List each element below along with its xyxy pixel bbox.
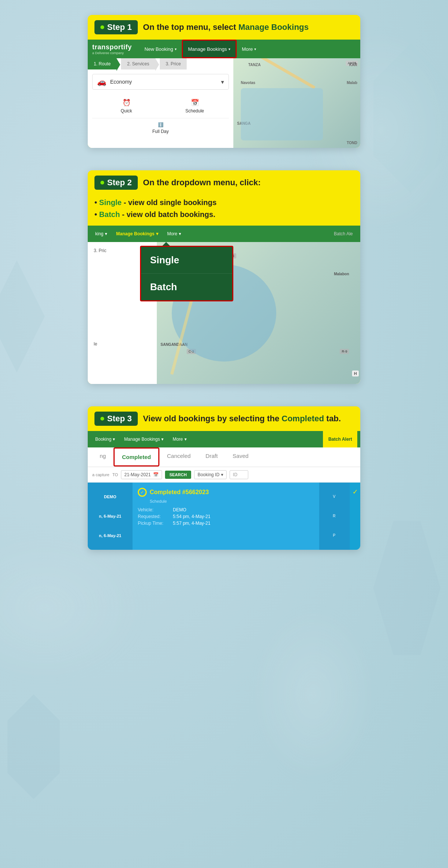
step2-map-malabon: Malabon xyxy=(334,272,349,276)
step3-booking-num: Completed #5662023 xyxy=(150,489,209,496)
calendar-icon: 📅 xyxy=(191,99,199,107)
step3-tab-saved[interactable]: Saved xyxy=(225,447,256,466)
step3-tab-completed[interactable]: Completed xyxy=(113,447,160,466)
step3-tab-canceled[interactable]: Canceled xyxy=(159,447,198,466)
step1-header: Step 1 On the top menu, select Manage Bo… xyxy=(88,15,360,40)
step2-title: On the dropdown menu, click: xyxy=(143,177,261,188)
step3-right-v: V xyxy=(333,494,336,499)
step1-highway xyxy=(256,58,315,89)
step2-more-btn[interactable]: More ▾ xyxy=(163,226,186,242)
step1-card: Step 1 On the top menu, select Manage Bo… xyxy=(88,15,360,148)
step3-date-value: 21-May-2021 xyxy=(124,472,151,477)
step1-logo: transportify a Deliveree company xyxy=(92,43,132,55)
step1-badge: Step 1 xyxy=(94,20,138,34)
step3-requested-label: Requested: xyxy=(138,514,171,519)
step3-extra-checkmark: ✓ xyxy=(352,488,358,496)
step3-navbar: Booking ▾ Manage Bookings ▾ More ▾ Batch… xyxy=(88,431,360,447)
step1-map: AH28 TANZA KAR Navotas Malab SANGA TOND xyxy=(233,58,360,148)
step1-logo-main: transportify xyxy=(92,43,132,51)
step1-manage-bookings-btn[interactable]: Manage Bookings ▾ xyxy=(182,40,237,58)
chevron-down-icon: ▾ xyxy=(175,47,177,51)
step2-map-r9: R-9 xyxy=(340,349,349,354)
step1-bc-price: 3. Price xyxy=(160,58,187,69)
step3-vehicle-label: Vehicle: xyxy=(138,507,171,512)
step1-booking-opts: ⏰ Quick 📅 Schedule xyxy=(92,94,229,118)
step3-pickup-row: Pickup Time: 5:57 pm, 4-May-21 xyxy=(138,521,314,526)
step3-manage-bookings-btn[interactable]: Manage Bookings ▾ xyxy=(119,431,168,447)
step3-card-main[interactable]: ✓ Completed #5662023 Schedule Vehicle: D… xyxy=(133,483,319,550)
step1-opt-fullday[interactable]: ℹ️ Full Day xyxy=(88,118,233,138)
step2-manage-bookings-btn[interactable]: Manage Bookings ▾ xyxy=(112,226,163,242)
chevron-down-icon: ▾ xyxy=(179,231,181,236)
step3-booking-type: Schedule xyxy=(150,499,314,503)
step1-map-kar: KAR xyxy=(349,63,357,67)
step3-tab-ng[interactable]: ng xyxy=(92,447,113,466)
step3-title: View old bookings by selecting the Compl… xyxy=(143,413,341,424)
step2-batch-option[interactable]: Batch xyxy=(141,274,232,300)
step2-navbar: king ▾ Manage Bookings ▾ More ▾ Batch Al… xyxy=(88,226,360,242)
step1-more-btn[interactable]: More ▾ xyxy=(237,40,262,58)
step1-new-booking-btn[interactable]: New Booking ▾ xyxy=(139,40,182,58)
step1-opt-quick[interactable]: ⏰ Quick xyxy=(92,94,161,118)
step1-opt-schedule[interactable]: 📅 Schedule xyxy=(161,94,229,118)
step3-left-entry-1: DEMO xyxy=(104,494,116,499)
chevron-down-icon: ▾ xyxy=(161,437,164,442)
step3-header: Step 3 View old bookings by selecting th… xyxy=(88,406,360,431)
step3-search-button[interactable]: SEARCH xyxy=(165,471,191,479)
step2-subtitle: • Single - view old single bookings • Ba… xyxy=(88,195,360,226)
step1-logo-sub: a Deliveree company xyxy=(92,51,132,55)
step2-single-option[interactable]: Single xyxy=(141,247,232,274)
step3-filter-bar: a capture TO 21-May-2021 📅 SEARCH Bookin… xyxy=(88,467,360,483)
step3-booking-cards: DEMO n, 6-May-21 n, 6-May-21 ✓ Completed… xyxy=(88,483,360,550)
step2-bullet1: • Single - view old single bookings xyxy=(94,196,354,208)
step3-badge: Step 3 xyxy=(94,412,138,426)
step3-extra-card: ✓ xyxy=(349,483,360,550)
step2-batch-ale: Batch Ale xyxy=(329,226,357,242)
step3-batch-alert: Batch Alert xyxy=(323,431,357,447)
step1-bc-route: 1. Route xyxy=(88,58,116,69)
step2-dropdown-menu: Single Batch xyxy=(140,246,233,301)
step2-header: Step 2 On the dropdown menu, click: xyxy=(88,170,360,195)
chevron-down-icon: ▾ xyxy=(113,437,115,442)
step3-date-input[interactable]: 21-May-2021 📅 xyxy=(121,470,162,479)
step1-vehicle-left: 🚗 Economy xyxy=(97,77,132,86)
step1-map-navotas: Navotas xyxy=(241,81,255,85)
step1-map-malab: Malab xyxy=(347,81,357,85)
step3-right-p: P xyxy=(333,533,336,538)
completed-checkmark-icon: ✓ xyxy=(138,488,147,497)
step2-label: Step 2 xyxy=(107,178,132,187)
step1-map-tanza: TANZA xyxy=(248,63,261,67)
step1-schedule-label: Schedule xyxy=(185,108,204,114)
step3-requested-row: Requested: 5:54 pm, 4-May-21 xyxy=(138,514,314,519)
step2-king-btn: king ▾ xyxy=(91,226,112,242)
step1-breadcrumb: 1. Route 2. Services 3. Price xyxy=(88,58,233,69)
step3-dot xyxy=(100,417,104,421)
step2-bullet2: • Batch - view old batch bookings. xyxy=(94,208,354,220)
step1-title-text: On the top menu, select xyxy=(143,22,238,32)
step1-title: On the top menu, select Manage Bookings xyxy=(143,22,309,33)
step1-dot xyxy=(100,25,104,29)
step1-left-panel: 1. Route 2. Services 3. Price 🚗 Economy … xyxy=(88,58,233,148)
step2-body: 3. Pric le KARUHATAN AH26 Navotas Malabo… xyxy=(88,242,360,384)
step2-badge: Step 2 xyxy=(94,176,138,190)
step3-card-left: DEMO n, 6-May-21 n, 6-May-21 xyxy=(88,483,133,550)
step3-screenshot: Booking ▾ Manage Bookings ▾ More ▾ Batch… xyxy=(88,431,360,550)
step1-label: Step 1 xyxy=(107,22,132,32)
chevron-down-icon: ▾ xyxy=(254,47,256,51)
step3-booking-btn[interactable]: Booking ▾ xyxy=(91,431,119,447)
step1-bc-services: 2. Services xyxy=(121,58,155,69)
step1-vehicle-select[interactable]: 🚗 Economy ▾ xyxy=(92,74,229,90)
step3-tab-draft[interactable]: Draft xyxy=(198,447,225,466)
step3-to-label: TO xyxy=(112,472,118,477)
step1-map-tond: TOND xyxy=(347,141,357,145)
step3-id-field[interactable]: ID xyxy=(230,470,248,479)
step3-booking-id-select[interactable]: Booking ID ▾ xyxy=(194,470,227,479)
step3-pickup-val: 5:57 pm, 4-May-21 xyxy=(173,521,211,526)
step1-quick-label: Quick xyxy=(121,108,132,114)
step3-right-r: R xyxy=(333,514,335,519)
step3-left-entry-3: n, 6-May-21 xyxy=(99,533,121,538)
step3-more-btn[interactable]: More ▾ xyxy=(168,431,191,447)
step3-filter-label: a capture xyxy=(92,472,109,477)
step2-dot xyxy=(100,181,104,185)
step2-card: Step 2 On the dropdown menu, click: • Si… xyxy=(88,170,360,384)
